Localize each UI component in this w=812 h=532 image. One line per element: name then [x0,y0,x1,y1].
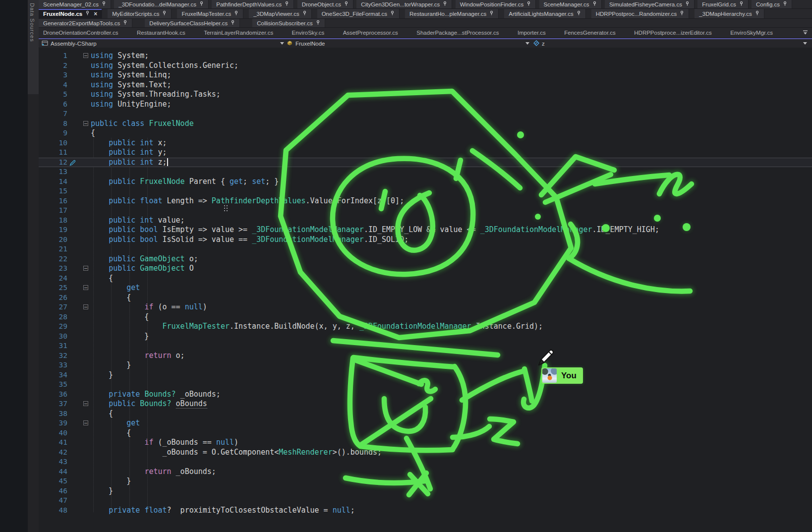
tab-fruxelgrid-cs[interactable]: FruxelGrid.cs [697,0,748,8]
pin-icon[interactable] [344,1,348,7]
code-line-21[interactable]: 21 [39,244,812,254]
code-line-8[interactable]: 8–public class FruxelNode [39,119,812,129]
code-line-37[interactable]: 37– public Bounds? oBounds [39,399,812,409]
fold-marker[interactable]: – [83,53,88,58]
pin-icon[interactable] [685,1,690,7]
close-icon[interactable]: × [94,10,97,17]
tab-artificiallightsmanager-cs[interactable]: ArtificialLightsManager.cs [504,9,585,18]
tab-scenemanager-02-cs[interactable]: SceneManager_02.cs [39,0,111,8]
pin-icon[interactable] [123,20,127,26]
tab-droneobject-cs[interactable]: DroneObject.cs [297,0,353,8]
code-line-18[interactable]: 18 public int value; [39,216,812,226]
code-line-13[interactable]: 13 [39,167,812,177]
tab-pathfinderdepthvalues-cs[interactable]: PathfinderDepthValues.cs [212,0,294,8]
pin-icon[interactable] [102,1,106,7]
code-editor[interactable]: 1–using System;2using System.Collections… [39,48,812,532]
code-line-39[interactable]: 39– get [39,418,812,428]
tab--3dmapviewer-cs[interactable]: _3DMapViewer.cs [249,9,311,18]
tab--3dfoundatio-delmanager-cs[interactable]: _3DFoundatio...delManager.cs [114,0,209,8]
pin-icon[interactable] [199,1,204,7]
fold-marker[interactable]: – [83,401,88,406]
tab-fruxelnode-cs[interactable]: FruxelNode.cs× [39,9,102,18]
code-line-31[interactable]: 31 [39,341,812,351]
tab-enviroskymgr-cs[interactable]: EnviroSkyMgr.cs [726,28,777,38]
tab-generator2exportmaptools-cs[interactable]: Generator2ExportMapTools.cs [39,19,132,27]
fold-marker[interactable]: – [83,420,88,425]
tab-simulatedfisheyecamera-cs[interactable]: SimulatedFisheyeCamera.cs [605,0,695,8]
code-line-12[interactable]: 12 public int z; [39,158,812,168]
tab-shaderpackage-stprocessor-cs[interactable]: ShaderPackage...stProcessor.cs [412,28,503,38]
tab-importer-cs[interactable]: Importer.cs [513,28,550,38]
pin-icon[interactable] [302,10,307,17]
pin-icon[interactable] [231,20,235,26]
pin-icon[interactable] [783,1,787,7]
pin-icon[interactable] [680,10,684,17]
code-line-46[interactable]: 46 } [39,486,812,496]
code-line-28[interactable]: 28 { [39,312,812,322]
tab-restauranthook-cs[interactable]: RestaurantHook.cs [132,28,190,38]
code-line-27[interactable]: 27– if (o == null) [39,302,812,312]
code-line-3[interactable]: 3using System.Linq; [39,70,812,80]
pin-icon[interactable] [162,10,167,17]
tab-restaurantho-plemanager-cs[interactable]: RestaurantHo...pleManager.cs [405,9,499,18]
tab-myeditorscripts-cs[interactable]: MyEditorScripts.cs [108,9,172,18]
code-line-17[interactable]: 17 [39,206,812,216]
tab-deliverysurfaceclasshelper-cs[interactable]: DeliverySurfaceClassHelper.cs [145,19,240,27]
pin-icon[interactable] [739,1,744,7]
type-dropdown-caret[interactable] [525,39,529,48]
tab-onesec3d-fileformat-cs[interactable]: OneSec3D_FileFormat.cs [317,9,400,18]
pin-icon[interactable] [316,20,320,26]
code-line-1[interactable]: 1–using System; [39,51,812,61]
code-line-48[interactable]: 48 private float? proximityToClosestObst… [39,506,812,516]
tab-config-cs[interactable]: Config.cs [752,0,792,8]
code-line-26[interactable]: 26 { [39,293,812,303]
pin-icon[interactable] [85,10,90,17]
fold-marker[interactable]: – [83,304,88,309]
tab-envirosky-cs[interactable]: EnviroSky.cs [288,28,329,38]
code-line-45[interactable]: 45 } [39,476,812,486]
code-line-44[interactable]: 44 return _oBounds; [39,467,812,477]
code-line-11[interactable]: 11 public int y; [39,148,812,158]
pin-icon[interactable] [489,10,494,17]
code-line-29[interactable]: 29 FruxelMapTester.Instance.BuildNode(x,… [39,322,812,332]
code-line-7[interactable]: 7 [39,109,812,119]
code-line-14[interactable]: 14 public FruxelNode Parent { get; set; … [39,177,812,187]
code-line-32[interactable]: 32 return o; [39,351,812,361]
pin-icon[interactable] [390,10,395,17]
code-line-19[interactable]: 19 public bool IsEmpty => value >= _3DFo… [39,225,812,235]
tab-fruxelmaptester-cs[interactable]: FruxelMapTester.cs [177,9,243,18]
pin-icon[interactable] [577,10,581,17]
pin-icon[interactable] [592,1,597,7]
code-line-2[interactable]: 2using System.Collections.Generic; [39,61,812,71]
tab--3dmaphierarchy-cs[interactable]: _3DMapHierarchy.cs [695,9,764,18]
code-line-6[interactable]: 6using UnityEngine; [39,100,812,110]
fold-marker[interactable]: – [83,121,88,126]
tab-terrainlayerrandomizer-cs[interactable]: TerrainLayerRandomizer.cs [199,28,278,38]
code-line-34[interactable]: 34 } [39,370,812,380]
member-list-caret[interactable] [803,39,807,48]
tab-citygen3dgen-torwrapper-cs[interactable]: CityGen3DGen...torWrapper.cs [356,0,452,8]
tab-droneorientationcontroller-cs[interactable]: DroneOrientationController.cs [39,28,123,38]
fold-marker[interactable]: – [83,285,88,290]
code-line-41[interactable]: 41 if (_oBounds == null) [39,438,812,448]
tab-assetpreprocessor-cs[interactable]: AssetPreprocessor.cs [339,28,403,38]
tab-hdrppostproce-izereditor-cs[interactable]: HDRPPostproce...izerEditor.cs [630,28,716,38]
tab-windowpositionfinder-cs[interactable]: WindowPositionFinder.cs [456,0,536,8]
code-line-30[interactable]: 30 } [39,332,812,342]
fold-marker[interactable]: – [83,266,88,271]
tab-scenemanager-cs[interactable]: SceneManager.cs [539,0,602,8]
code-line-35[interactable]: 35 [39,380,812,390]
code-line-15[interactable]: 15 [39,186,812,196]
code-line-10[interactable]: 10 public int x; [39,138,812,148]
code-line-23[interactable]: 23– public GameObject O [39,264,812,274]
data-sources-tab-label[interactable]: Data Sources [29,3,35,42]
breadcrumb-project[interactable]: Assembly-CSharp [42,39,97,48]
code-line-36[interactable]: 36 private Bounds? _oBounds; [39,390,812,400]
code-line-25[interactable]: 25– get [39,283,812,293]
tab-hdrppostproc-randomizer-cs[interactable]: HDRPPostproc...Randomizer.cs [591,9,690,18]
code-line-43[interactable]: 43 [39,457,812,467]
pin-icon[interactable] [755,10,759,17]
code-line-24[interactable]: 24 { [39,274,812,284]
code-line-22[interactable]: 22 public GameObject o; [39,254,812,264]
pin-icon[interactable] [234,10,238,17]
